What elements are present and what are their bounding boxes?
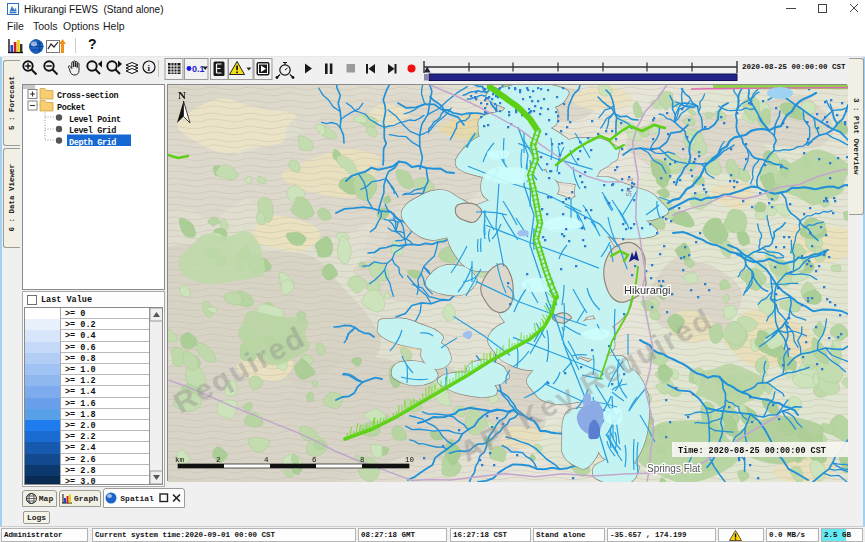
svg-text:6: 6: [312, 456, 317, 464]
svg-text:2: 2: [216, 456, 221, 464]
svg-text:4: 4: [264, 456, 269, 464]
svg-text:0.1: 0.1: [192, 64, 205, 74]
svg-text:Time: 2020-08-25 00:00:00 CST: Time: 2020-08-25 00:00:00 CST: [678, 446, 826, 456]
svg-text:Level Point: Level Point: [69, 115, 121, 125]
svg-text:8: 8: [360, 456, 365, 464]
svg-text:km: km: [175, 456, 185, 464]
svg-text:N: N: [178, 89, 186, 101]
svg-text:Springs Flat: Springs Flat: [647, 463, 701, 474]
svg-text:Level Grid: Level Grid: [69, 126, 116, 136]
svg-text:Cross-section: Cross-section: [57, 91, 118, 101]
svg-text:i: i: [148, 63, 151, 73]
svg-text:10: 10: [405, 456, 415, 464]
svg-text:Depth Grid: Depth Grid: [69, 138, 116, 148]
svg-text:Pocket: Pocket: [57, 103, 86, 113]
svg-text:SH 1: SH 1: [624, 177, 635, 197]
svg-text:Hikurangi: Hikurangi: [624, 284, 670, 296]
